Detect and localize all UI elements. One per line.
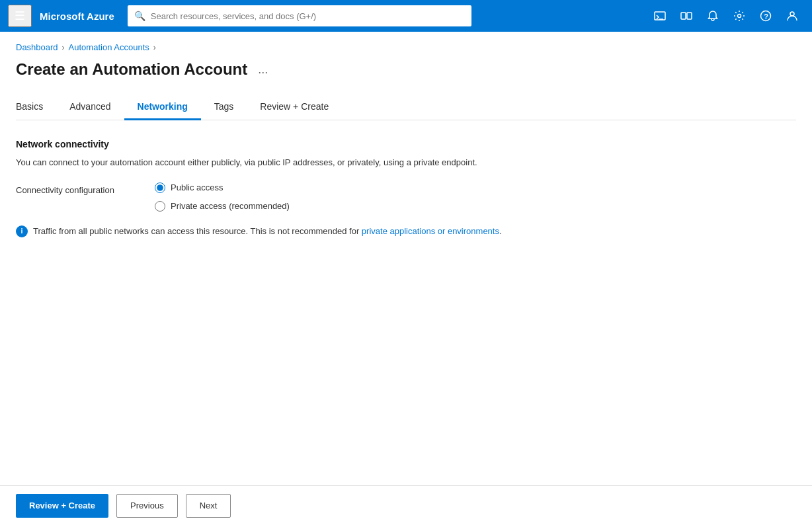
main-content: Dashboard › Automation Accounts › Create…: [0, 32, 812, 485]
private-access-option[interactable]: Private access (recommended): [155, 201, 290, 212]
tab-review-create[interactable]: Review + Create: [247, 95, 342, 120]
topnav-icon-group: ?: [648, 4, 804, 28]
tab-basics[interactable]: Basics: [16, 95, 56, 120]
section-description: You can connect to your automation accou…: [16, 156, 796, 169]
svg-rect-0: [655, 12, 665, 20]
notifications-button[interactable]: [701, 4, 725, 28]
settings-button[interactable]: [727, 4, 751, 28]
tab-advanced[interactable]: Advanced: [56, 95, 124, 120]
connectivity-config-label: Connectivity configuration: [16, 182, 135, 195]
page-title: Create an Automation Account: [16, 60, 247, 79]
page-more-button[interactable]: ...: [254, 61, 272, 78]
breadcrumb-separator-1: ›: [62, 43, 65, 52]
tab-tags[interactable]: Tags: [201, 95, 247, 120]
connectivity-config-row: Connectivity configuration Public access…: [16, 182, 796, 212]
cloud-shell-button[interactable]: [648, 4, 672, 28]
tab-networking[interactable]: Networking: [124, 95, 201, 120]
breadcrumb-automation-accounts[interactable]: Automation Accounts: [69, 42, 149, 52]
info-text: Traffic from all public networks can acc…: [33, 225, 502, 238]
info-box: i Traffic from all public networks can a…: [16, 225, 518, 238]
info-icon: i: [16, 225, 28, 237]
svg-point-7: [790, 12, 794, 16]
hamburger-menu-button[interactable]: ☰: [8, 5, 32, 27]
svg-text:?: ?: [764, 13, 768, 20]
public-access-label: Public access: [171, 182, 223, 192]
search-icon: 🔍: [134, 11, 145, 21]
directory-button[interactable]: [674, 4, 698, 28]
breadcrumb-separator-2: ›: [153, 43, 156, 52]
network-connectivity-section: Network connectivity You can connect to …: [16, 139, 796, 237]
profile-button[interactable]: [780, 4, 804, 28]
svg-rect-2: [681, 13, 686, 19]
private-access-label: Private access (recommended): [171, 201, 290, 211]
svg-point-4: [738, 15, 741, 18]
page-title-row: Create an Automation Account ...: [16, 60, 796, 79]
info-text-part1: Traffic from all public networks can acc…: [33, 226, 362, 236]
wizard-tabs: Basics Advanced Networking Tags Review +…: [16, 95, 796, 120]
public-access-radio[interactable]: [155, 182, 165, 193]
search-input[interactable]: [151, 11, 465, 21]
breadcrumb: Dashboard › Automation Accounts ›: [16, 42, 796, 52]
top-navigation: ☰ Microsoft Azure 🔍 ?: [0, 0, 812, 32]
info-text-part2: .: [499, 226, 502, 236]
connectivity-options: Public access Private access (recommende…: [155, 182, 290, 212]
azure-logo: Microsoft Azure: [40, 11, 114, 22]
public-access-option[interactable]: Public access: [155, 182, 290, 193]
help-button[interactable]: ?: [754, 4, 778, 28]
svg-rect-3: [687, 13, 692, 19]
breadcrumb-dashboard[interactable]: Dashboard: [16, 42, 58, 52]
private-access-radio[interactable]: [155, 201, 165, 212]
section-title: Network connectivity: [16, 139, 796, 149]
search-bar: 🔍: [128, 5, 471, 26]
info-link[interactable]: private applications or environments: [362, 226, 499, 236]
